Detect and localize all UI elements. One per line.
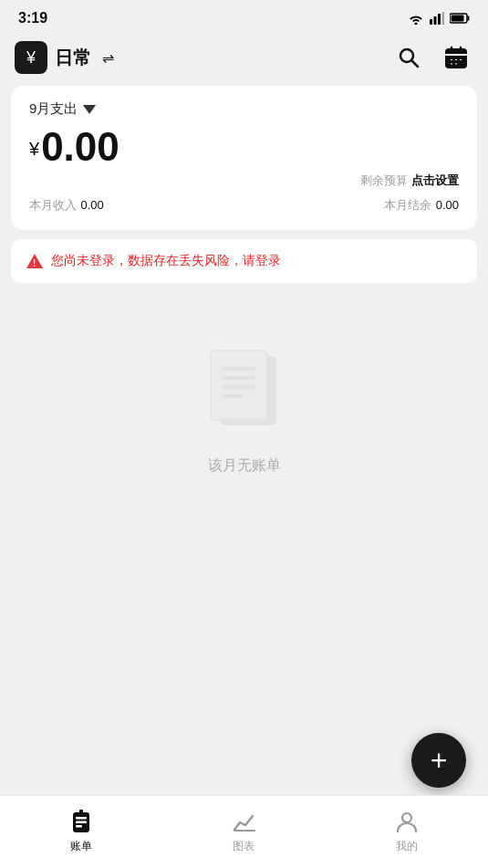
nav-label-bills: 账单 [70,839,92,854]
svg-rect-17 [450,63,453,66]
budget-row: 剩余预算 点击设置 [29,173,459,189]
budget-label: 剩余预算 [360,173,408,189]
warning-banner[interactable]: ! 您尚未登录，数据存在丢失风险，请登录 [11,239,477,283]
warning-icon: ! [26,252,44,270]
search-button[interactable] [391,40,426,75]
svg-rect-25 [222,376,256,380]
svg-rect-24 [222,367,256,371]
svg-marker-19 [83,105,96,114]
empty-label: 该月无账单 [208,456,281,476]
wallet-icon-box: ¥ [15,41,47,74]
amount-prefix: ¥ [29,139,39,159]
svg-rect-6 [452,16,464,22]
svg-rect-30 [76,821,87,824]
amount-value: 0.00 [41,124,119,169]
status-bar: 3:19 [0,0,488,33]
svg-rect-5 [468,16,470,21]
summary-card: 9月支出 ¥0.00 剩余预算 点击设置 本月收入 0.00 本月结余 0.00 [11,86,477,230]
nav-item-mine[interactable]: 我的 [326,796,488,868]
search-icon [397,46,421,69]
income-value: 0.00 [80,198,103,212]
swap-icon[interactable]: ⇌ [102,49,114,67]
svg-rect-27 [222,394,244,398]
svg-rect-2 [438,14,441,25]
balance-value: 0.00 [436,198,459,212]
dropdown-icon [83,105,96,114]
svg-line-8 [412,61,419,68]
svg-text:!: ! [33,257,36,268]
wallet-icon: ¥ [26,48,36,68]
svg-rect-3 [442,12,445,25]
nav-label-mine: 我的 [396,839,418,854]
svg-rect-18 [454,63,458,66]
svg-rect-31 [76,825,82,828]
add-button[interactable]: + [411,733,466,788]
empty-icon [194,338,295,438]
svg-rect-15 [454,58,458,61]
income-stat: 本月收入 0.00 [29,196,104,214]
header-right [391,40,473,75]
svg-point-34 [402,813,411,822]
svg-rect-26 [222,385,256,389]
nav-label-charts: 图表 [233,839,254,854]
svg-rect-1 [434,16,437,25]
svg-rect-29 [76,817,87,820]
calendar-button[interactable] [439,40,473,75]
status-time: 3:19 [18,10,47,26]
empty-state: 该月无账单 [0,319,488,494]
document-icon [194,338,295,438]
header-left: ¥ 日常 ⇌ [15,41,114,74]
summary-stats-row: 本月收入 0.00 本月结余 0.00 [29,196,459,214]
header: ¥ 日常 ⇌ [0,33,488,82]
bottom-nav: 账单 图表 我的 [0,795,488,868]
summary-month-label: 9月支出 [29,100,78,118]
add-icon: + [431,744,448,778]
mine-icon [394,810,420,835]
svg-rect-16 [459,58,462,61]
summary-month-row[interactable]: 9月支出 [29,100,459,118]
warning-text: 您尚未登录，数据存在丢失风险，请登录 [51,253,281,269]
status-icons [408,12,470,25]
battery-icon [450,13,470,24]
summary-amount-display: ¥0.00 [29,125,459,169]
balance-stat: 本月结余 0.00 [384,196,459,214]
balance-label: 本月结余 [384,198,431,212]
svg-rect-0 [430,19,432,25]
income-label: 本月收入 [29,198,77,212]
nav-item-charts[interactable]: 图表 [162,796,325,868]
wifi-icon [408,12,424,25]
header-title: 日常 [55,46,91,70]
nav-item-bills[interactable]: 账单 [0,796,162,868]
charts-icon [231,810,256,835]
bills-icon [68,810,94,835]
svg-rect-14 [450,58,453,61]
budget-action[interactable]: 点击设置 [411,173,459,189]
svg-rect-32 [79,810,83,814]
signal-icon [430,12,444,25]
calendar-icon [443,45,469,70]
